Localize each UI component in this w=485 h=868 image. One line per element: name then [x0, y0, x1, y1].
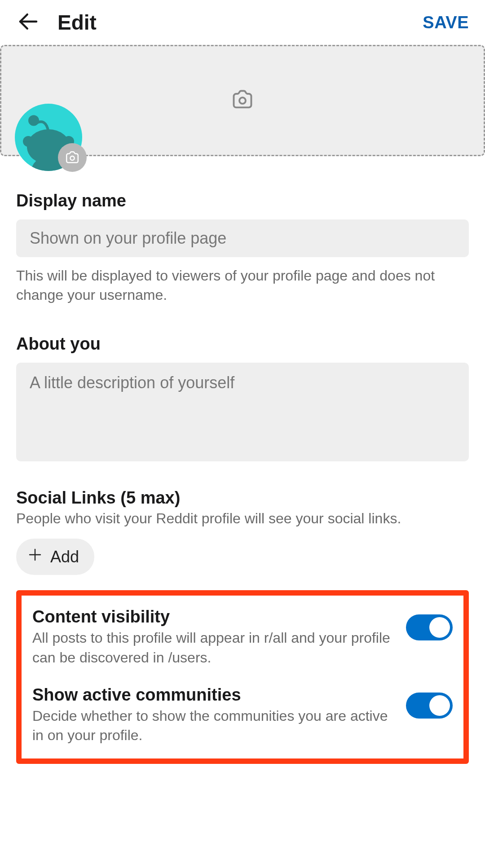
add-label: Add [50, 548, 79, 566]
display-name-label: Display name [16, 191, 469, 210]
show-active-title: Show active communities [32, 685, 395, 705]
camera-icon [229, 88, 256, 113]
show-active-desc: Decide whether to show the communities y… [32, 706, 395, 745]
svg-point-2 [28, 115, 39, 126]
add-social-link-button[interactable]: Add [16, 539, 94, 575]
content-visibility-title: Content visibility [32, 607, 395, 627]
display-name-helper: This will be displayed to viewers of you… [16, 266, 469, 305]
page-title: Edit [57, 10, 423, 35]
content-area: Display name This will be displayed to v… [0, 191, 485, 764]
avatar-camera-icon[interactable] [58, 143, 87, 172]
content-visibility-desc: All posts to this profile will appear in… [32, 628, 395, 667]
social-links-desc: People who visit your Reddit profile wil… [16, 510, 469, 527]
save-button[interactable]: SAVE [423, 13, 469, 32]
banner-upload-area[interactable] [0, 45, 485, 156]
about-you-label: About you [16, 334, 469, 354]
svg-point-7 [70, 156, 74, 160]
svg-point-1 [239, 97, 246, 104]
about-you-input[interactable] [16, 363, 469, 461]
header: Edit SAVE [0, 0, 485, 45]
toggle-knob [429, 695, 450, 716]
content-visibility-row: Content visibility All posts to this pro… [32, 607, 453, 667]
show-active-communities-row: Show active communities Decide whether t… [32, 685, 453, 745]
display-name-input[interactable] [16, 219, 469, 257]
toggle-knob [429, 617, 450, 638]
highlighted-privacy-settings: Content visibility All posts to this pro… [16, 590, 469, 764]
svg-point-4 [23, 136, 34, 147]
content-visibility-toggle[interactable] [406, 614, 453, 640]
plus-icon [27, 547, 43, 567]
avatar-upload[interactable] [15, 104, 82, 171]
social-links-label: Social Links (5 max) [16, 488, 469, 508]
back-arrow-icon[interactable] [16, 9, 40, 35]
show-active-communities-toggle[interactable] [406, 693, 453, 719]
